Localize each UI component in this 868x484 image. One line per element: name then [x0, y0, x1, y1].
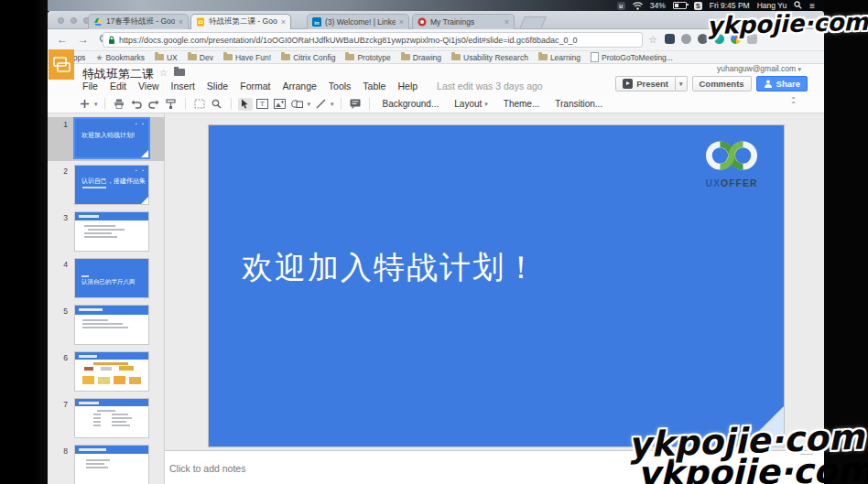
bookmark-folder-usability-research[interactable]: Usability Research [451, 53, 528, 62]
slide-thumbnail-row-4[interactable]: 4 认清自己的半斤八两 [48, 259, 165, 305]
browser-window: 17春季特战班 - Google Dri × 特战班第二课 - Google S… [48, 11, 824, 484]
slide-thumbnail-panel: 1 ▪ ▪ 欢迎加入特战计划! 2 ▪ ▪ 认识自己，搭建作品集 3 [48, 113, 165, 484]
bookmark-star-icon[interactable]: ☆ [648, 34, 657, 46]
bookmark-folder-prototype[interactable]: Prototype [345, 53, 390, 62]
shape-tool[interactable] [290, 98, 305, 111]
slide-thumbnail-6[interactable] [75, 352, 148, 391]
close-window-button[interactable] [58, 17, 64, 24]
menu-view[interactable]: View [138, 81, 159, 91]
slide-thumbnail-row-6[interactable]: 6 [48, 352, 165, 398]
layout-button[interactable]: Layout▾ [448, 99, 494, 109]
menu-file[interactable]: File [82, 81, 98, 91]
undo-button[interactable] [129, 98, 144, 111]
insert-image-tool[interactable] [273, 98, 288, 111]
slide-thumbnail-2[interactable]: ▪ ▪ 认识自己，搭建作品集 [75, 166, 148, 204]
share-button[interactable]: Share [756, 76, 808, 91]
tab-google-slides-active[interactable]: 特战班第二课 - Google Slid × [190, 14, 291, 29]
bookmark-folder-drawing[interactable]: Drawing [401, 53, 441, 62]
move-to-folder-icon[interactable] [174, 69, 185, 76]
line-dropdown[interactable]: ▾ [331, 101, 334, 108]
menubar-clock[interactable]: Fri 9:45 PM [710, 1, 750, 10]
bookmarks-bar: Apps ★Bookmarks UX Dev Have Fun! Citrix … [48, 51, 824, 64]
present-dropdown[interactable]: ▾ [676, 76, 688, 91]
extension-icon[interactable] [665, 34, 675, 44]
slide-thumbnail-row-7[interactable]: 7 [48, 399, 165, 445]
background-button[interactable]: Background... [376, 99, 446, 109]
slide-thumbnail-3[interactable] [75, 212, 148, 251]
select-tool[interactable] [238, 98, 253, 111]
tab-linkedin[interactable]: in (3) Welcome! | LinkedIn × [307, 14, 409, 29]
speaker-notes-input[interactable]: Click to add notes [169, 463, 245, 474]
menu-arrange[interactable]: Arrange [282, 81, 316, 91]
slide-thumbnail-8[interactable] [75, 446, 148, 484]
tab-close-icon[interactable]: × [179, 18, 183, 27]
line-tool[interactable] [313, 98, 328, 111]
account-email[interactable]: yuhanguw@gmail.com ▾ [717, 64, 801, 73]
slide-thumbnail-row-2[interactable]: 2 ▪ ▪ 认识自己，搭建作品集 [48, 166, 165, 211]
slide-thumbnail-4[interactable]: 认清自己的半斤八两 [75, 259, 148, 297]
last-edit-status[interactable]: Last edit was 3 days ago [437, 81, 543, 91]
menu-help[interactable]: Help [397, 81, 418, 91]
redo-button[interactable] [146, 98, 161, 111]
page-icon [591, 52, 599, 62]
textbox-tool[interactable]: T [255, 98, 270, 111]
insert-comment-button[interactable] [348, 98, 363, 111]
menu-edit[interactable]: Edit [110, 81, 126, 91]
forward-button[interactable]: → [78, 34, 89, 45]
new-slide-button[interactable] [77, 98, 92, 111]
bookmark-folder-have-fun[interactable]: Have Fun! [223, 53, 271, 62]
slide-editor-canvas[interactable]: UXOFFER 欢迎加入特战计划！ [209, 125, 784, 446]
menu-tools[interactable]: Tools [329, 81, 352, 91]
present-button[interactable]: Present [615, 76, 676, 91]
wifi-icon[interactable] [633, 2, 643, 10]
slide-thumbnail-row-1[interactable]: 1 ▪ ▪ 欢迎加入特战计划! [48, 119, 165, 165]
menu-format[interactable]: Format [240, 81, 270, 91]
tab-close-icon[interactable]: × [281, 18, 286, 27]
slide-thumbnail-7[interactable] [75, 399, 148, 437]
bookmark-folder-learning[interactable]: Learning [538, 53, 580, 62]
bookmark-folder-citrix-config[interactable]: Citrix Config [281, 53, 335, 62]
person-icon [764, 80, 773, 88]
bookmark-protogotomeeting[interactable]: ProtoGoToMeeting... [591, 52, 673, 62]
tab-close-icon[interactable]: × [399, 18, 404, 27]
slide-thumbnail-1[interactable]: ▪ ▪ 欢迎加入特战计划! [75, 119, 148, 157]
theme-button[interactable]: Theme... [497, 99, 546, 109]
folder-icon [401, 54, 410, 60]
menu-table[interactable]: Table [363, 81, 385, 91]
window-controls[interactable] [58, 17, 90, 24]
app-status-icon[interactable]: u [617, 2, 625, 10]
zoom-fit-button[interactable] [192, 98, 207, 111]
tab-my-trainings[interactable]: My Trainings × [412, 14, 515, 29]
slide-thumbnail-5[interactable] [75, 306, 148, 344]
zoom-button[interactable] [210, 98, 224, 111]
menu-slide[interactable]: Slide [207, 81, 228, 91]
menu-insert[interactable]: Insert [171, 81, 195, 91]
url-omnibox[interactable]: https://docs.google.com/presentation/d/1… [103, 32, 643, 48]
paint-format-button[interactable] [164, 98, 179, 111]
https-lock-icon [108, 32, 115, 48]
bookmark-manager[interactable]: ★Bookmarks [95, 53, 145, 62]
star-icon: ★ [95, 53, 103, 62]
new-tab-button[interactable] [519, 16, 547, 29]
transition-button[interactable]: Transition... [548, 99, 609, 109]
comments-button[interactable]: Comments [692, 76, 752, 91]
bookmark-folder-ux[interactable]: UX [155, 53, 178, 62]
star-document-icon[interactable]: ☆ [159, 68, 168, 78]
google-slides-logo[interactable] [49, 49, 74, 80]
shape-dropdown[interactable]: ▾ [308, 101, 311, 108]
tab-google-drive[interactable]: 17春季特战班 - Google Dri × [88, 14, 189, 29]
extension-icon[interactable] [681, 34, 691, 44]
new-slide-dropdown[interactable]: ▾ [94, 101, 98, 108]
slide-thumbnail-row-8[interactable]: 8 [48, 446, 165, 484]
slide-headline-textbox[interactable]: 欢迎加入特战计划！ [242, 247, 538, 289]
collapse-toolbar-button[interactable]: ⌃⌃ [790, 98, 797, 107]
tab-close-icon[interactable]: × [505, 18, 509, 27]
print-button[interactable] [112, 98, 126, 111]
menubar-username[interactable]: Hang Yu [757, 1, 787, 10]
s-status-icon[interactable]: S [694, 2, 702, 10]
minimize-window-button[interactable] [71, 17, 77, 24]
slide-thumbnail-row-3[interactable]: 3 [48, 212, 165, 258]
back-button[interactable]: ← [57, 34, 68, 45]
slide-thumbnail-row-5[interactable]: 5 [48, 306, 165, 351]
bookmark-folder-dev[interactable]: Dev [188, 53, 213, 62]
